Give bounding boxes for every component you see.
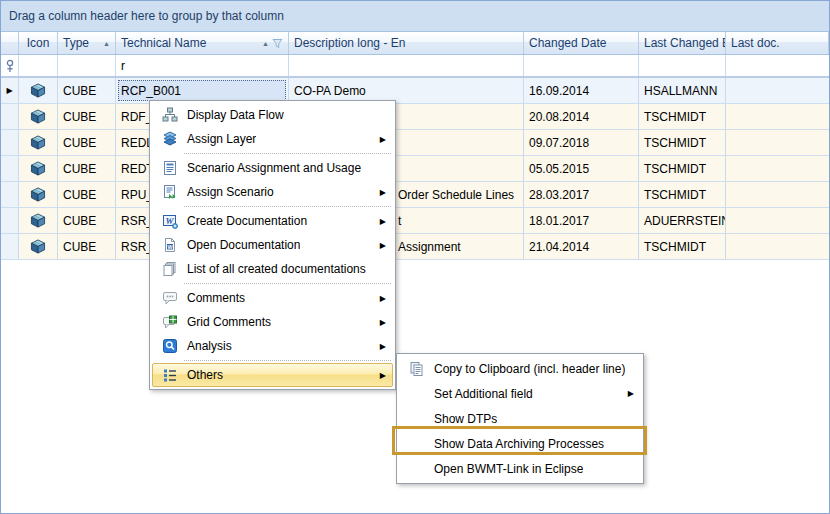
auto-filter-row: r <box>1 55 829 78</box>
submenu-arrow-icon: ▶ <box>380 371 388 380</box>
menu-item-assign-scenario[interactable]: Assign Scenario ▶ <box>152 180 393 204</box>
last-changed-by-cell[interactable]: TSCHMIDT <box>639 156 726 181</box>
menu-item-create-documentation[interactable]: W Create Documentation ▶ <box>152 209 393 233</box>
column-label: Last Changed By <box>644 36 726 50</box>
submenu-arrow-icon: ▶ <box>380 342 388 351</box>
last-doc-cell[interactable] <box>726 78 829 103</box>
last-changed-by-cell[interactable]: TSCHMIDT <box>639 104 726 129</box>
table-row[interactable]: CUBE REDL_ 09.07.2018 TSCHMIDT <box>1 130 829 156</box>
header-indicator-cell <box>1 32 19 54</box>
assign-scenario-icon <box>157 184 183 200</box>
column-header-icon[interactable]: Icon <box>19 32 58 54</box>
type-cell[interactable]: CUBE <box>58 234 116 259</box>
last-changed-by-cell[interactable]: TSCHMIDT <box>639 182 726 207</box>
changed-date-cell[interactable]: 05.05.2015 <box>524 156 639 181</box>
column-label: Type <box>63 36 89 50</box>
others-submenu: Copy to Clipboard (incl. header line) Se… <box>396 353 644 484</box>
menu-item-list-of-all-created-documentations[interactable]: List of all created documentations <box>152 257 393 281</box>
row-indicator-cell <box>1 208 19 233</box>
column-header-last-changed-by[interactable]: Last Changed By <box>639 32 726 54</box>
grid-comments-icon <box>157 314 183 330</box>
row-indicator-cell <box>1 104 19 129</box>
menu-item-scenario-assignment-and-usage[interactable]: Scenario Assignment and Usage <box>152 156 393 180</box>
submenu-arrow-icon: ▶ <box>380 217 388 226</box>
table-row[interactable]: CUBE RPU_B Order Schedule Lines 28.03.20… <box>1 182 829 208</box>
table-row[interactable]: ▶ CUBE RCP_B001 CO-PA Demo 16.09.2014 HS… <box>1 78 829 104</box>
cube-icon <box>19 208 58 233</box>
table-row[interactable]: CUBE RSR_B t 18.01.2017 ADUERRSTEIN <box>1 208 829 234</box>
group-by-panel[interactable]: Drag a column header here to group by th… <box>1 1 829 32</box>
filter-pin-icon[interactable] <box>1 55 19 76</box>
menu-item-others[interactable]: Others ▶ <box>152 363 393 387</box>
last-changed-by-cell[interactable]: TSCHMIDT <box>639 130 726 155</box>
type-cell[interactable]: CUBE <box>58 78 116 103</box>
last-doc-cell[interactable] <box>726 208 829 233</box>
focused-cell[interactable]: RCP_B001 <box>118 80 286 101</box>
bw-object-grid: Drag a column header here to group by th… <box>0 0 830 514</box>
type-cell[interactable]: CUBE <box>58 208 116 233</box>
column-label: Technical Name <box>121 36 206 50</box>
column-header-type[interactable]: Type ▲ <box>58 32 116 54</box>
filter-input-technical-name[interactable]: r <box>116 55 289 76</box>
last-doc-cell[interactable] <box>726 104 829 129</box>
menu-item-grid-comments[interactable]: Grid Comments ▶ <box>152 310 393 334</box>
filter-cell-type[interactable] <box>58 55 116 76</box>
sort-asc-icon: ▲ <box>262 40 269 47</box>
last-changed-by-cell[interactable]: ADUERRSTEIN <box>639 208 726 233</box>
menu-separator <box>184 153 391 154</box>
menu-item-display-data-flow[interactable]: Display Data Flow <box>152 103 393 127</box>
filter-cell-changed-date[interactable] <box>524 55 639 76</box>
menu-item-open-bwmt-link-in-eclipse[interactable]: Open BWMT-Link in Eclipse <box>399 456 641 481</box>
last-doc-cell[interactable] <box>726 182 829 207</box>
filter-cell-last-changed-by[interactable] <box>639 55 726 76</box>
open-documentation-icon: W <box>157 237 183 253</box>
submenu-arrow-icon: ▶ <box>380 241 388 250</box>
changed-date-cell[interactable]: 09.07.2018 <box>524 130 639 155</box>
column-header-description[interactable]: Description long - En <box>289 32 524 54</box>
column-header-changed-date[interactable]: Changed Date <box>524 32 639 54</box>
menu-separator <box>184 283 391 284</box>
submenu-arrow-icon: ▶ <box>380 294 388 303</box>
filter-cell-description[interactable] <box>289 55 524 76</box>
cube-icon <box>19 182 58 207</box>
column-header-technical-name[interactable]: Technical Name ▲ <box>116 32 289 54</box>
menu-item-set-additional-field[interactable]: Set Additional field ▶ <box>399 381 641 406</box>
type-cell[interactable]: CUBE <box>58 130 116 155</box>
submenu-arrow-icon: ▶ <box>380 188 388 197</box>
cube-icon <box>19 234 58 259</box>
last-doc-cell[interactable] <box>726 156 829 181</box>
column-header-last-doc[interactable]: Last doc. <box>726 32 829 54</box>
filter-cell-icon[interactable] <box>19 55 58 76</box>
grid-header-row: Icon Type ▲ Technical Name ▲ Description… <box>1 32 829 55</box>
last-doc-cell[interactable] <box>726 130 829 155</box>
row-indicator-cell: ▶ <box>1 78 19 103</box>
changed-date-cell[interactable]: 16.09.2014 <box>524 78 639 103</box>
changed-date-cell[interactable]: 20.08.2014 <box>524 104 639 129</box>
menu-item-comments[interactable]: Comments ▶ <box>152 286 393 310</box>
submenu-arrow-icon: ▶ <box>380 318 388 327</box>
filter-funnel-icon[interactable] <box>272 38 283 49</box>
menu-separator <box>184 360 391 361</box>
create-documentation-icon: W <box>157 213 183 229</box>
menu-item-copy-to-clipboard[interactable]: Copy to Clipboard (incl. header line) <box>399 356 641 381</box>
row-indicator-cell <box>1 130 19 155</box>
type-cell[interactable]: CUBE <box>58 182 116 207</box>
type-cell[interactable]: CUBE <box>58 104 116 129</box>
table-row[interactable]: CUBE REDT_ 05.05.2015 TSCHMIDT <box>1 156 829 182</box>
table-row[interactable]: CUBE RDF_C 20.08.2014 TSCHMIDT <box>1 104 829 130</box>
filter-cell-last-doc[interactable] <box>726 55 829 76</box>
last-doc-cell[interactable] <box>726 234 829 259</box>
changed-date-cell[interactable]: 28.03.2017 <box>524 182 639 207</box>
changed-date-cell[interactable]: 18.01.2017 <box>524 208 639 233</box>
cube-icon <box>19 130 58 155</box>
menu-item-analysis[interactable]: Analysis ▶ <box>152 334 393 358</box>
menu-item-open-documentation[interactable]: W Open Documentation ▶ <box>152 233 393 257</box>
table-row[interactable]: CUBE RSR_B Assignment 21.04.2014 TSCHMID… <box>1 234 829 260</box>
last-changed-by-cell[interactable]: TSCHMIDT <box>639 234 726 259</box>
row-indicator-cell <box>1 234 19 259</box>
menu-item-assign-layer[interactable]: Assign Layer ▶ <box>152 127 393 151</box>
type-cell[interactable]: CUBE <box>58 156 116 181</box>
scenario-assignment-icon <box>157 160 183 176</box>
changed-date-cell[interactable]: 21.04.2014 <box>524 234 639 259</box>
last-changed-by-cell[interactable]: HSALLMANN <box>639 78 726 103</box>
